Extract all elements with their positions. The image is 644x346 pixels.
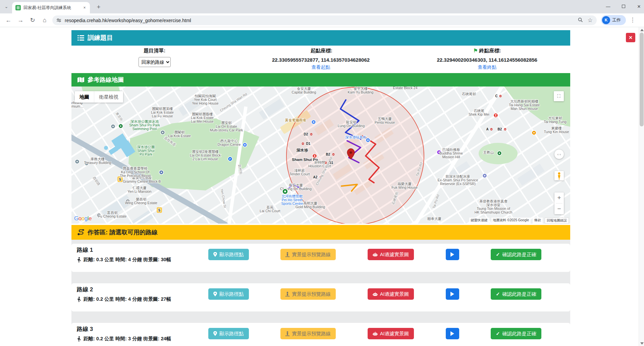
- play-route-button[interactable]: [446, 249, 459, 260]
- poi-icon[interactable]: [483, 174, 487, 178]
- play-route-button[interactable]: [446, 288, 459, 300]
- window-maximize-button[interactable]: [619, 2, 629, 11]
- address-bar[interactable]: resopedia.crehab.hk/eworkshop/easy_gohom…: [52, 15, 597, 25]
- question-list-column: 題目清單: 回家的路線: [71, 46, 238, 73]
- forward-icon[interactable]: →: [16, 16, 25, 25]
- panel-close-button[interactable]: ✕: [626, 33, 635, 42]
- confirm-route-button[interactable]: ✓確認此路是正確: [491, 288, 541, 300]
- poi-icon[interactable]: [161, 130, 165, 135]
- window-minimize-button[interactable]: —: [603, 2, 613, 11]
- scrollbar-up-icon[interactable]: [640, 29, 644, 31]
- route-buttons: 顯示路徑點 實景提示預覽路線 AI過濾實景圖 ✓確認此路是正確: [208, 248, 541, 261]
- google-map[interactable]: 55PD2D1B2B1A2AB2CMarketingPremium…金安大廈Ca…: [71, 86, 570, 224]
- poi-icon[interactable]: [111, 124, 115, 129]
- route-title: 路線 2: [77, 286, 93, 293]
- map-label: Estate Block 24: [393, 86, 418, 90]
- poi-icon[interactable]: [243, 143, 247, 147]
- view-start-link[interactable]: 查看起點: [312, 64, 330, 70]
- map-canvas[interactable]: 55PD2D1B2B1A2AB2CMarketingPremium…金安大廈Ca…: [71, 86, 570, 224]
- poi-icon[interactable]: [75, 160, 79, 164]
- tab-search-chevron-icon[interactable]: ⌄: [3, 3, 10, 11]
- map-attribution: 鍵盤快速鍵 地圖資料 ©2025 Google 條款 回報地圖錯誤: [469, 218, 569, 224]
- new-tab-button[interactable]: +: [95, 3, 103, 11]
- route-buttons: 顯示路徑點 實景提示預覽路線 AI過濾實景圖 ✓確認此路是正確: [208, 288, 541, 300]
- window-close-button[interactable]: ✕: [634, 2, 644, 11]
- browser-menu-icon[interactable]: ⋮: [629, 16, 637, 24]
- map-section-title: 參考路線地圖: [88, 76, 124, 84]
- poi-icon[interactable]: [532, 131, 536, 135]
- zoom-control: + −: [554, 192, 564, 214]
- marker-icon: [213, 331, 217, 336]
- tasks-list-icon: [77, 35, 84, 41]
- keyboard-shortcuts-link[interactable]: 鍵盤快速鍵: [469, 218, 489, 224]
- map-label: 巴域街佛廟Buddha ShrineMission Hill: [439, 148, 463, 159]
- rotate-view-control[interactable]: ‹·›: [554, 150, 564, 159]
- route-card-1: 路線 1 距離: 0.3 公里 時間: 4 分鐘 街景圖: 30幅 顯示路徑點 …: [71, 244, 570, 272]
- poi-icon[interactable]: [497, 151, 502, 156]
- bookmark-star-icon[interactable]: ☆: [588, 17, 593, 24]
- poi-icon[interactable]: [119, 124, 123, 128]
- training-panel-header: 訓練題目: [71, 30, 570, 46]
- ai-filter-button[interactable]: AI過濾實景圖: [368, 328, 414, 339]
- ai-filter-button[interactable]: AI過濾實景圖: [368, 288, 414, 300]
- poi-icon[interactable]: P: [228, 157, 232, 161]
- fullscreen-button[interactable]: ⛶: [554, 91, 564, 101]
- scrollbar-thumb[interactable]: [640, 33, 644, 126]
- start-coords-column: 起點座標: 22.33059555732877, 114.16357034628…: [238, 46, 404, 73]
- confirm-route-button[interactable]: ✓確認此路是正確: [491, 249, 541, 260]
- reload-icon[interactable]: ↻: [28, 16, 37, 25]
- start-coords-value: 22.33059555732877, 114.16357034628062: [238, 57, 404, 63]
- map-label: 深水埗公園游泳池Sham Shui Po ParkSwimming Pool: [129, 119, 160, 131]
- poi-icon[interactable]: [312, 120, 316, 124]
- map-type-satellite-button[interactable]: 衛星檢視: [94, 91, 123, 103]
- ai-filter-button[interactable]: AI過濾實景圖: [368, 249, 414, 260]
- check-icon: ✓: [496, 331, 500, 336]
- url-text[interactable]: resopedia.crehab.hk/eworkshop/easy_gohom…: [65, 18, 573, 23]
- svg-text:B2: B2: [498, 127, 502, 131]
- show-waypoints-button[interactable]: 顯示路徑點: [208, 249, 249, 260]
- site-settings-icon[interactable]: [56, 18, 61, 23]
- robot-icon: [373, 332, 378, 336]
- answer-section-title: 作答區: 請選取可用的路線: [88, 228, 158, 236]
- map-label: 怡閣苑怡海閣Yee Kok CourtYee Hong House: [192, 94, 218, 105]
- report-map-error-link[interactable]: 回報地圖錯誤: [545, 218, 569, 224]
- zoom-page-icon[interactable]: [578, 17, 583, 23]
- zoom-out-button[interactable]: −: [554, 204, 564, 214]
- view-end-link[interactable]: 查看終點: [478, 64, 496, 70]
- profile-chip[interactable]: K 工作: [601, 15, 626, 25]
- map-label: 北河街體育館Pei Ho StreetSports Centre: [281, 194, 303, 206]
- map-label: 深水埗: [296, 148, 308, 153]
- home-icon[interactable]: ⌂: [40, 16, 49, 25]
- terms-link[interactable]: 條款: [533, 218, 543, 224]
- waypoint-badge[interactable]: D1: [302, 142, 311, 146]
- page-scrollbar[interactable]: [639, 27, 644, 346]
- poi-icon[interactable]: [159, 170, 164, 175]
- street-view-icon: [285, 292, 289, 297]
- map-label: 深水埗玩具街: [345, 135, 367, 139]
- map-type-map-button[interactable]: 地圖: [75, 91, 94, 103]
- svg-text:P: P: [229, 158, 231, 161]
- training-panel-title: 訓練題目: [88, 34, 113, 42]
- tab-close-icon[interactable]: ×: [82, 5, 87, 10]
- zoom-in-button[interactable]: +: [554, 192, 564, 203]
- show-waypoints-button[interactable]: 顯示路徑點: [208, 288, 249, 300]
- pegman-icon[interactable]: [554, 171, 564, 180]
- robot-icon: [373, 252, 378, 257]
- mtr-station-icon[interactable]: [494, 113, 498, 118]
- street-preview-button[interactable]: 實景提示預覽路線: [280, 249, 336, 260]
- question-select[interactable]: 回家的路線: [139, 57, 171, 67]
- map-label: 順泰大廈: [427, 217, 441, 221]
- route-stats: 距離: 0.3 公里 時間: 4 分鐘 街景圖: 30幅: [77, 256, 171, 263]
- show-waypoints-button[interactable]: 顯示路徑點: [208, 328, 249, 339]
- browser-tab[interactable]: 回家易-社區導向訓練系統 ×: [12, 2, 90, 13]
- back-icon[interactable]: ←: [4, 16, 13, 25]
- street-preview-button[interactable]: 實景提示預覽路線: [280, 328, 336, 339]
- street-preview-button[interactable]: 實景提示預覽路線: [280, 288, 336, 300]
- scrollbar-down-icon[interactable]: [640, 342, 644, 345]
- start-marker[interactable]: [282, 189, 288, 194]
- svg-text:D2: D2: [304, 132, 308, 136]
- play-route-button[interactable]: [446, 328, 459, 339]
- road-shield: 5: [157, 208, 162, 213]
- confirm-route-button[interactable]: ✓確認此路是正確: [491, 328, 541, 339]
- map-label: 麗閣邨麗芙樓Lai Kok EstateLai Fu House: [151, 107, 174, 118]
